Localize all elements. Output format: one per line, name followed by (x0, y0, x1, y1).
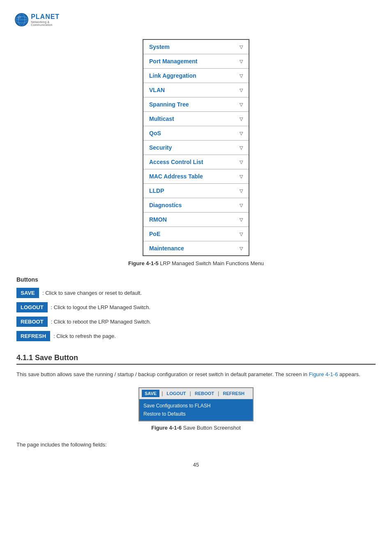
menu-item-poe[interactable]: PoE ▽ (143, 227, 249, 241)
figure-4-1-5-text: LRP Managed Switch Main Functions Menu (159, 260, 264, 266)
section-411-text1: This save button allows save the running… (16, 371, 307, 377)
menu-item-maintenance[interactable]: Maintenance ▽ (143, 241, 249, 255)
main-menu-container: System ▽ Port Management ▽ Link Aggregat… (16, 39, 376, 256)
menu-item-arrow-icon: ▽ (240, 188, 243, 194)
menu-item-arrow-icon: ▽ (240, 217, 243, 222)
menu-item-vlan[interactable]: VLAN ▽ (143, 83, 249, 97)
menu-item-security[interactable]: Security ▽ (143, 141, 249, 155)
figure-4-1-5-caption: Figure 4-1-5 LRP Managed Switch Main Fun… (16, 260, 376, 266)
save-button[interactable]: SAVE (16, 288, 39, 298)
separator-1: | (161, 390, 163, 396)
menu-item-arrow-icon: ▽ (240, 160, 243, 165)
menu-item-label: LLDP (149, 187, 164, 194)
save-dropdown-item[interactable]: Save Configurations to FLASH (143, 402, 249, 410)
widget-refresh-button[interactable]: REFRESH (221, 390, 246, 397)
logo-area: PLANET Networking & Communication (16, 8, 376, 31)
reboot-button[interactable]: REBOOT (16, 317, 48, 327)
widget-save-button[interactable]: SAVE (142, 390, 159, 397)
menu-item-arrow-icon: ▽ (240, 88, 243, 93)
menu-item-label: Multicast (149, 116, 174, 122)
menu-item-arrow-icon: ▽ (240, 246, 243, 251)
figure-4-1-6-caption: Figure 4-1-6 Save Button Screenshot (16, 425, 376, 431)
reboot-button-desc: : Click to reboot the LRP Managed Switch… (51, 319, 151, 325)
save-dropdown-item[interactable]: Restore to Defaults (143, 410, 249, 418)
menu-item-label: Port Management (149, 58, 197, 65)
save-widget-dropdown: Save Configurations to FLASHRestore to D… (139, 399, 253, 421)
save-widget: SAVE | LOGOUT | REBOOT | REFRESH Save Co… (138, 387, 254, 421)
save-button-desc: : Click to save changes or reset to defa… (42, 290, 142, 296)
menu-item-multicast[interactable]: Multicast ▽ (143, 112, 249, 126)
menu-item-label: System (149, 44, 170, 50)
logo-globe-icon (15, 11, 28, 28)
menu-item-label: Security (149, 144, 172, 151)
menu-item-label: RMON (149, 216, 167, 223)
menu-item-label: MAC Address Table (149, 173, 203, 180)
widget-logout-button[interactable]: LOGOUT (165, 390, 188, 397)
menu-item-link-aggregation[interactable]: Link Aggregation ▽ (143, 69, 249, 83)
refresh-button-desc: : Click to refresh the page. (53, 333, 116, 339)
section-411-text2: appears. (338, 371, 360, 377)
save-button-row: SAVE : Click to save changes or reset to… (16, 288, 376, 298)
menu-item-port-management[interactable]: Port Management ▽ (143, 54, 249, 69)
menu-item-mac-address-table[interactable]: MAC Address Table ▽ (143, 169, 249, 184)
menu-item-arrow-icon: ▽ (240, 145, 243, 150)
menu-item-arrow-icon: ▽ (240, 203, 243, 208)
menu-item-label: QoS (149, 130, 161, 136)
menu-item-lldp[interactable]: LLDP ▽ (143, 184, 249, 198)
menu-item-arrow-icon: ▽ (240, 73, 243, 79)
menu-item-label: Access Control List (149, 159, 203, 165)
menu-item-spanning-tree[interactable]: Spanning Tree ▽ (143, 97, 249, 112)
menu-item-label: Spanning Tree (149, 101, 189, 108)
save-widget-toolbar: SAVE | LOGOUT | REBOOT | REFRESH (139, 388, 253, 399)
menu-item-arrow-icon: ▽ (240, 116, 243, 122)
separator-3: | (218, 390, 219, 396)
menu-item-rmon[interactable]: RMON ▽ (143, 213, 249, 227)
logout-button-desc: : Click to logout the LRP Managed Switch… (51, 304, 151, 310)
menu-item-arrow-icon: ▽ (240, 102, 243, 107)
menu-item-qos[interactable]: QoS ▽ (143, 126, 249, 141)
main-menu-table: System ▽ Port Management ▽ Link Aggregat… (143, 39, 249, 256)
reboot-button-row: REBOOT : Click to reboot the LRP Managed… (16, 317, 376, 327)
menu-item-label: Maintenance (149, 245, 184, 252)
menu-item-access-control-list[interactable]: Access Control List ▽ (143, 155, 249, 169)
logo-brand-text: PLANET (31, 13, 63, 21)
figure-4-1-5-bold: Figure 4-1-5 (128, 260, 159, 266)
figure-4-1-6-bold: Figure 4-1-6 (151, 425, 182, 431)
menu-item-label: VLAN (149, 87, 165, 93)
menu-item-label: PoE (149, 231, 160, 237)
figure-4-1-6-text: Save Button Screenshot (182, 425, 241, 431)
section-411-text: This save button allows save the running… (16, 370, 376, 379)
footer-text: The page includes the following fields: (16, 441, 376, 449)
section-411-heading: 4.1.1 Save Button (16, 354, 376, 365)
menu-item-arrow-icon: ▽ (240, 44, 243, 50)
menu-item-arrow-icon: ▽ (240, 59, 243, 64)
menu-item-arrow-icon: ▽ (240, 231, 243, 237)
planet-logo: PLANET Networking & Communication (16, 8, 62, 31)
logout-button[interactable]: LOGOUT (16, 302, 48, 312)
refresh-button-row: REFRESH : Click to refresh the page. (16, 331, 376, 341)
logo-sub-text: Networking & Communication (31, 21, 63, 26)
section-411: 4.1.1 Save Button This save button allow… (16, 354, 376, 379)
widget-reboot-button[interactable]: REBOOT (193, 390, 216, 397)
buttons-heading: Buttons (16, 276, 376, 283)
save-widget-container: SAVE | LOGOUT | REBOOT | REFRESH Save Co… (16, 387, 376, 421)
separator-2: | (190, 390, 191, 396)
menu-item-diagnostics[interactable]: Diagnostics ▽ (143, 198, 249, 213)
buttons-section: Buttons SAVE : Click to save changes or … (16, 276, 376, 341)
menu-item-arrow-icon: ▽ (240, 131, 243, 136)
figure-4-1-6-link[interactable]: Figure 4-1-6 (309, 371, 338, 377)
page-number: 45 (16, 462, 376, 468)
menu-item-label: Diagnostics (149, 202, 182, 208)
menu-item-system[interactable]: System ▽ (143, 40, 249, 54)
menu-item-arrow-icon: ▽ (240, 174, 243, 179)
refresh-button[interactable]: REFRESH (16, 331, 50, 341)
menu-item-label: Link Aggregation (149, 72, 196, 79)
logout-button-row: LOGOUT : Click to logout the LRP Managed… (16, 302, 376, 312)
